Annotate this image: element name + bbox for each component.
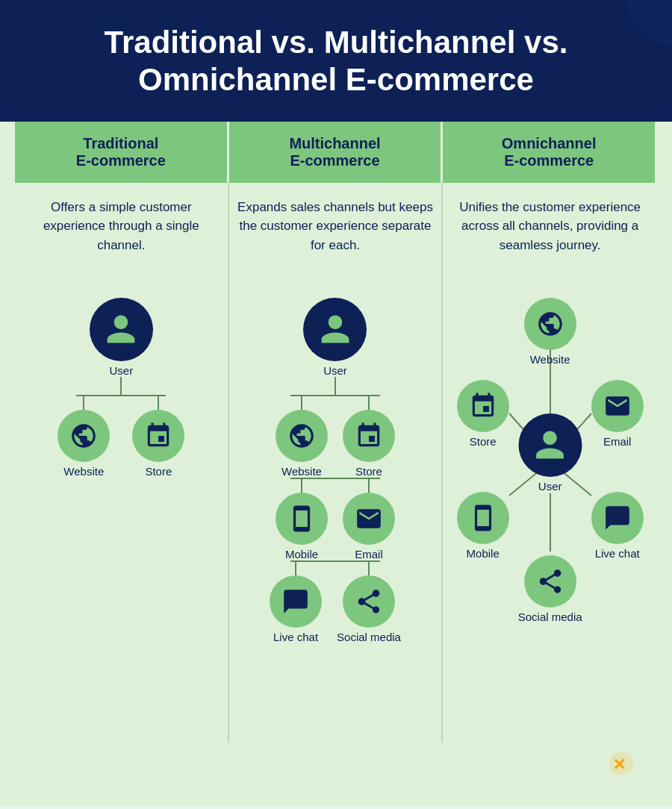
omni-website-node: Website [524, 298, 576, 366]
col-header-traditional: Traditional E-commerce [15, 122, 229, 183]
traditional-store-label: Store [145, 465, 172, 478]
traditional-user-node: User [90, 298, 153, 377]
multi-mobile-node: Mobile [276, 478, 328, 560]
store-icon-circle [132, 410, 184, 462]
footer: ✕ [15, 743, 657, 784]
chat-icon-circle [270, 575, 322, 628]
multi-store-node: Store [343, 395, 395, 478]
multi-user-icon-circle [303, 298, 367, 361]
omni-livechat-node: Live chat [591, 492, 644, 560]
globe-icon [536, 310, 564, 338]
omni-mobile-icon-circle [457, 492, 509, 544]
traditional-branch: Website Store [22, 395, 220, 478]
store-icon [144, 422, 172, 450]
email-icon [603, 392, 632, 420]
trad-line-1 [120, 377, 122, 395]
corner-decoration [612, 0, 672, 60]
col-body-traditional: Offers a simple customer experience thro… [15, 183, 229, 743]
multi-social-label: Social media [337, 631, 401, 643]
social-icon [355, 587, 383, 616]
omni-store-label: Store [470, 435, 497, 448]
globe-icon [287, 422, 316, 450]
omni-social-label: Social media [518, 610, 582, 623]
traditional-website-node: Website [57, 395, 110, 478]
omni-website-label: Website [530, 353, 570, 366]
omni-email-icon-circle [591, 380, 644, 432]
mobile-icon-circle [276, 493, 328, 545]
store-icon [355, 422, 383, 450]
omni-livechat-label: Live chat [595, 547, 640, 560]
globe-icon [69, 422, 98, 450]
multichannel-middle-row: Mobile Email [276, 478, 395, 560]
user-icon [318, 312, 352, 346]
omni-social-node: Social media [518, 555, 582, 623]
omni-mobile-node: Mobile [457, 492, 509, 560]
multichannel-top-row: Website Store [276, 395, 395, 478]
multichannel-description: Expands sales channels but keeps the cus… [237, 198, 435, 280]
omnichannel-diagram: Website Store Email [453, 298, 647, 611]
omni-chat-icon-circle [591, 492, 644, 544]
comparison-columns: Traditional E-commerce Multichannel E-co… [15, 122, 657, 743]
multi-email-label: Email [355, 548, 383, 560]
user-icon [104, 312, 138, 346]
col-header-multichannel: Multichannel E-commerce [229, 122, 444, 183]
multi-livechat-label: Live chat [273, 631, 318, 643]
multichannel-bottom-row: Live chat Social media [270, 560, 401, 643]
multi-line-1 [335, 377, 336, 395]
multichannel-user-container: User [303, 298, 367, 377]
omni-social-icon-circle [524, 555, 576, 607]
omni-user-icon-circle [518, 413, 582, 477]
svg-text:✕: ✕ [612, 755, 626, 774]
email-icon-circle [343, 493, 395, 545]
omnichannel-description: Unifies the customer experience across a… [450, 198, 650, 280]
omni-store-icon-circle [457, 380, 509, 432]
website-icon-circle [57, 410, 110, 462]
multichannel-diagram: User Website Store [237, 298, 435, 643]
header: Traditional vs. Multichannel vs. Omnicha… [0, 0, 672, 122]
traditional-user-label: User [90, 364, 153, 377]
omni-store-node: Store [457, 380, 509, 448]
brand-logo: ✕ [608, 750, 635, 777]
chat-icon [281, 587, 310, 616]
store-icon [469, 392, 497, 420]
multi-user-label: User [323, 364, 347, 377]
omni-globe-icon-circle [524, 298, 576, 350]
multi-social-node: Social media [337, 560, 401, 643]
multi-store-label: Store [355, 465, 382, 478]
omni-user-node: User [518, 413, 582, 493]
page-title: Traditional vs. Multichannel vs. Omnicha… [45, 24, 627, 99]
multi-mobile-label: Mobile [285, 548, 318, 560]
omni-email-node: Email [591, 380, 644, 448]
col-body-multichannel: Expands sales channels but keeps the cus… [229, 183, 444, 743]
main-content: Traditional E-commerce Multichannel E-co… [0, 122, 672, 806]
store-icon-circle [343, 410, 395, 462]
omni-mobile-label: Mobile [467, 547, 500, 560]
multi-website-node: Website [276, 395, 328, 478]
user-icon [533, 428, 567, 462]
multi-email-node: Email [343, 478, 395, 560]
email-icon [355, 505, 383, 533]
omni-email-label: Email [603, 435, 632, 448]
traditional-website-label: Website [63, 465, 104, 478]
multi-livechat-node: Live chat [270, 560, 322, 643]
col-body-omnichannel: Unifies the customer experience across a… [443, 183, 657, 743]
traditional-store-node: Store [132, 395, 184, 478]
social-icon-circle [343, 575, 395, 628]
svg-point-0 [627, 0, 672, 45]
globe-icon-circle [276, 410, 328, 462]
col-header-omnichannel: Omnichannel E-commerce [443, 122, 657, 183]
mobile-icon [469, 504, 497, 532]
traditional-diagram: User Website Store [22, 298, 220, 478]
chat-icon [603, 504, 632, 532]
multi-website-label: Website [281, 465, 322, 478]
traditional-description: Offers a simple customer experience thro… [22, 198, 220, 280]
mobile-icon [287, 505, 316, 533]
omni-user-label: User [538, 480, 562, 493]
social-icon [536, 567, 564, 596]
user-icon-circle [90, 298, 153, 361]
